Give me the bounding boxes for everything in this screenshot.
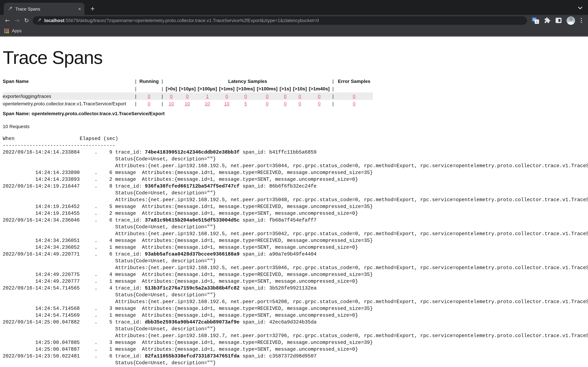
- empty-cell: [138, 85, 160, 92]
- reload-icon[interactable]: ↻: [22, 16, 31, 25]
- latency-bucket-header-row: ||[>0s][>10µs][>100µs][>1ms][>10ms][>100…: [3, 85, 373, 92]
- trace-log: When Elapsed (sec) ---------------------…: [3, 135, 585, 366]
- column-separator: |: [133, 92, 138, 100]
- empty-cell: [335, 85, 373, 92]
- latency-count-link[interactable]: 0: [284, 93, 287, 99]
- column-separator: |: [331, 92, 335, 100]
- svg-text:A: A: [536, 20, 538, 24]
- extensions-puzzle-icon[interactable]: [544, 17, 551, 24]
- latency-count-link[interactable]: 1: [206, 93, 209, 99]
- span-name: exporter/logging/traces: [3, 92, 133, 100]
- error-count-link[interactable]: 0: [353, 93, 355, 99]
- latency-count-link[interactable]: 0: [170, 93, 173, 99]
- address-bar[interactable]: localhost:55679/debug/tracez?zspanname=o…: [33, 16, 527, 25]
- latency-count-link[interactable]: 0: [284, 101, 287, 106]
- latency-bucket-label: [>10µs]: [178, 85, 197, 92]
- latency-count-link[interactable]: 0: [299, 93, 301, 99]
- latency-count-link[interactable]: 0: [299, 101, 301, 106]
- col-error-samples: Error Samples: [335, 77, 373, 85]
- column-separator: |: [160, 100, 165, 107]
- latency-bucket-label: [>10s]: [292, 85, 308, 92]
- latency-count-link[interactable]: 0: [186, 93, 189, 99]
- side-panel-icon[interactable]: [555, 17, 562, 24]
- trace-id-value: dbb35e25936a90b4472cabb89073af9e: [145, 319, 240, 325]
- latency-bucket-label: [>1ms]: [218, 85, 235, 92]
- latency-count-link[interactable]: 10: [169, 101, 174, 106]
- latency-bucket-label: [>100ms]: [256, 85, 278, 92]
- trace-id-value: 37a81c9b615b204a6e515df533004d5c: [145, 217, 240, 223]
- column-separator: |: [331, 85, 335, 92]
- span-name: opentelemetry.proto.collector.trace.v1.T…: [3, 100, 133, 107]
- profile-avatar[interactable]: [567, 16, 575, 25]
- tab-title: Trace Spans: [15, 6, 76, 11]
- latency-count-cell: 10: [197, 100, 218, 107]
- latency-count-link[interactable]: 0: [266, 101, 268, 106]
- latency-count-cell: 0: [292, 100, 308, 107]
- tab-trace-spans[interactable]: Trace Spans ×: [4, 3, 84, 15]
- latency-count-cell: 0: [308, 100, 331, 107]
- latency-count-link[interactable]: 10: [224, 101, 229, 106]
- latency-count-link[interactable]: 0: [318, 101, 321, 106]
- url-text: localhost:55679/debug/tracez?zspanname=o…: [44, 18, 319, 23]
- latency-bucket-label: [>100µs]: [197, 85, 218, 92]
- new-tab-button[interactable]: +: [88, 5, 97, 13]
- request-count: 10 Requests: [3, 123, 585, 130]
- latency-count-cell: 1: [197, 92, 218, 100]
- browser-toolbar: ← → ↻ localhost:55679/debug/tracez?zspan…: [0, 15, 588, 26]
- latency-count-cell: 0: [256, 100, 278, 107]
- latency-count-cell: 0: [278, 92, 292, 100]
- latency-count-link[interactable]: 0: [225, 93, 228, 99]
- page-content: Trace Spans Span Name | Running | Latenc…: [0, 47, 588, 366]
- browser-menu-icon[interactable]: [579, 18, 583, 23]
- column-separator: |: [133, 100, 138, 107]
- latency-count-cell: 0: [165, 92, 178, 100]
- toolbar-actions: G A: [530, 16, 585, 25]
- column-separator: |: [331, 100, 335, 107]
- latency-count-cell: 0: [178, 92, 197, 100]
- page-title: Trace Spans: [3, 47, 585, 68]
- latency-count-link[interactable]: 0: [244, 93, 247, 99]
- tab-search-chevron-down-icon[interactable]: [578, 5, 583, 11]
- column-separator: |: [133, 85, 138, 92]
- running-count-link[interactable]: 0: [148, 93, 150, 99]
- latency-count-link[interactable]: 0: [266, 93, 268, 99]
- running-count-link[interactable]: 0: [148, 101, 150, 106]
- error-count-link[interactable]: 0: [353, 101, 355, 106]
- column-separator: |: [160, 77, 165, 85]
- empty-cell: [3, 85, 133, 92]
- latency-count-cell: 5: [236, 100, 256, 107]
- latency-count-cell: 0: [308, 92, 331, 100]
- tab-strip: Trace Spans × +: [0, 0, 588, 15]
- translate-icon[interactable]: G A: [532, 17, 539, 24]
- latency-count-cell: 0: [218, 92, 235, 100]
- latency-count-link[interactable]: 10: [205, 101, 210, 106]
- opentelemetry-favicon-small: [37, 18, 42, 23]
- url-path: :55679/debug/tracez?zspanname=openteleme…: [64, 18, 319, 23]
- close-tab-icon[interactable]: ×: [78, 7, 81, 11]
- latency-count-cell: 10: [165, 100, 178, 107]
- latency-bucket-label: [>10ms]: [236, 85, 256, 92]
- latency-count-cell: 0: [278, 100, 292, 107]
- column-separator: |: [160, 92, 165, 100]
- opentelemetry-favicon: [7, 6, 13, 12]
- summary-header-row: Span Name | Running | Latency Samples | …: [3, 77, 373, 85]
- browser-window: Trace Spans × + ← → ↻ localho: [0, 0, 588, 367]
- latency-count-cell: 10: [178, 100, 197, 107]
- span-row: exporter/logging/traces|0|001000000|0: [3, 92, 373, 100]
- span-row: opentelemetry.proto.collector.trace.v1.T…: [3, 100, 373, 107]
- latency-count-cell: 10: [218, 100, 235, 107]
- latency-bucket-label: [>1s]: [278, 85, 292, 92]
- bookmark-apps[interactable]: Apps: [12, 29, 22, 33]
- latency-count-link[interactable]: 10: [185, 101, 190, 106]
- error-count-cell: 0: [335, 100, 373, 107]
- back-icon[interactable]: ←: [3, 16, 12, 25]
- latency-count-cell: 0: [292, 92, 308, 100]
- latency-count-cell: 0: [236, 92, 256, 100]
- running-count-cell: 0: [138, 92, 160, 100]
- forward-icon[interactable]: →: [12, 16, 22, 25]
- latency-count-link[interactable]: 5: [244, 101, 247, 106]
- span-summary-table: Span Name | Running | Latency Samples | …: [3, 77, 373, 107]
- latency-count-link[interactable]: 0: [318, 93, 321, 99]
- col-latency-samples: Latency Samples: [165, 77, 331, 85]
- col-span-name: Span Name: [3, 77, 133, 85]
